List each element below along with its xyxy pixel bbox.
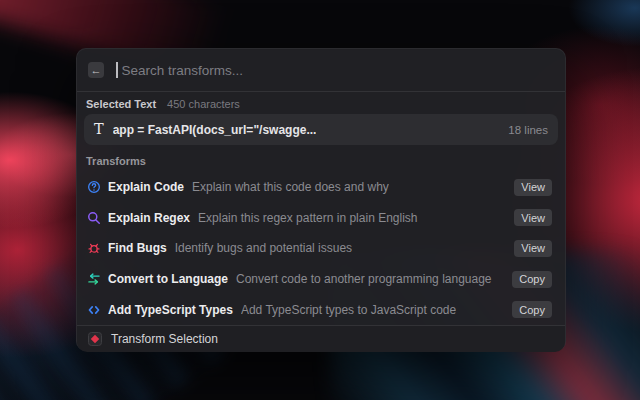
palette-footer: Transform Selection bbox=[77, 325, 565, 352]
copy-button[interactable]: Copy bbox=[512, 271, 552, 288]
footer-command-label: Transform Selection bbox=[111, 332, 218, 346]
transform-item-explain-regex[interactable]: Explain Regex Explain this regex pattern… bbox=[84, 203, 558, 234]
view-button[interactable]: View bbox=[514, 240, 552, 257]
transform-description: Explain this regex pattern in plain Engl… bbox=[198, 211, 417, 225]
transform-title: Add TypeScript Types bbox=[108, 303, 233, 317]
character-count: 450 characters bbox=[167, 98, 240, 110]
transform-description: Add TypeScript types to JavaScript code bbox=[241, 303, 456, 317]
transforms-palette-window: ← Selected Text 450 characters T app = F… bbox=[76, 48, 566, 351]
back-button[interactable]: ← bbox=[88, 62, 104, 78]
question-circle-icon bbox=[87, 180, 101, 194]
transform-item-add-typescript-types[interactable]: Add TypeScript Types Add TypeScript type… bbox=[84, 294, 558, 325]
transform-item-convert-to-language[interactable]: Convert to Language Convert code to anot… bbox=[84, 264, 558, 295]
results-area: Selected Text 450 characters T app = Fas… bbox=[77, 92, 565, 325]
transform-item-find-bugs[interactable]: Find Bugs Identify bugs and potential is… bbox=[84, 233, 558, 264]
magnifier-icon bbox=[87, 211, 101, 225]
transform-description: Identify bugs and potential issues bbox=[175, 241, 352, 255]
line-count: 18 lines bbox=[508, 124, 548, 136]
transforms-section-label: Transforms bbox=[86, 155, 556, 167]
copy-button[interactable]: Copy bbox=[512, 301, 552, 318]
swap-arrows-icon bbox=[87, 272, 101, 286]
transform-description: Explain what this code does and why bbox=[192, 180, 389, 194]
selected-text-label: Selected Text bbox=[86, 98, 156, 110]
selected-text-card[interactable]: T app = FastAPI(docs_url="/swagge... 18 … bbox=[84, 114, 558, 145]
transform-title: Explain Regex bbox=[108, 211, 190, 225]
code-brackets-icon bbox=[87, 303, 101, 317]
view-button[interactable]: View bbox=[514, 209, 552, 226]
transform-item-explain-code[interactable]: Explain Code Explain what this code does… bbox=[84, 172, 558, 203]
search-bar: ← bbox=[77, 49, 565, 92]
code-preview: app = FastAPI(docs_url="/swagge... bbox=[113, 123, 317, 137]
view-button[interactable]: View bbox=[514, 179, 552, 196]
transform-description: Convert code to another programming lang… bbox=[236, 272, 492, 286]
text-icon: T bbox=[94, 122, 104, 137]
transform-title: Explain Code bbox=[108, 180, 184, 194]
selected-text-section-header: Selected Text 450 characters bbox=[86, 98, 556, 111]
text-caret bbox=[116, 62, 118, 78]
extension-diamond-icon bbox=[88, 332, 102, 346]
transform-title: Convert to Language bbox=[108, 272, 228, 286]
transforms-list: Explain Code Explain what this code does… bbox=[84, 172, 558, 325]
search-input[interactable] bbox=[120, 62, 555, 79]
bug-icon bbox=[87, 241, 101, 255]
transform-title: Find Bugs bbox=[108, 241, 167, 255]
